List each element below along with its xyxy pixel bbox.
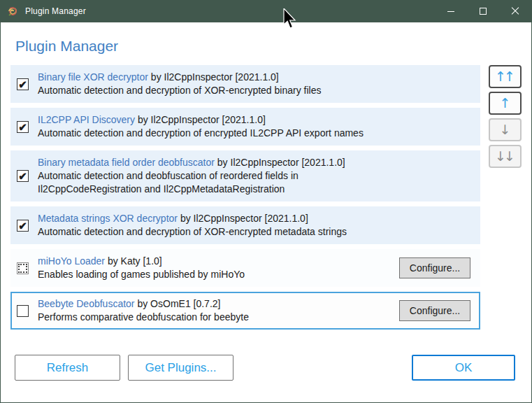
page-title: Plugin Manager (15, 38, 522, 55)
move-down-button: ↓ (489, 118, 522, 141)
plugin-checkbox[interactable]: ✔ (17, 121, 29, 133)
plugin-name-link[interactable]: Binary file XOR decryptor (38, 71, 148, 83)
app-rose-scribble-icon (6, 5, 19, 17)
configure-button[interactable]: Configure... (399, 257, 470, 278)
double-down-arrow-icon: ↓↓ (495, 150, 513, 163)
plugin-row-mihoyo-loader[interactable]: miHoYo Loader by Katy [1.0] Enables load… (10, 249, 480, 287)
refresh-button[interactable]: Refresh (15, 355, 120, 381)
plugin-byline: by Katy [1.0] (108, 255, 162, 267)
plugin-byline: by Il2CppInspector [2021.1.0] (180, 213, 308, 224)
plugin-row-binary-file-xor-decryptor[interactable]: ✔ Binary file XOR decryptor by Il2CppIns… (10, 65, 480, 103)
down-arrow-icon: ↓ (500, 123, 509, 136)
minimize-button[interactable] (435, 0, 467, 22)
reorder-button-column: ↑↑ ↑ ↓ ↓↓ (489, 65, 522, 168)
plugin-byline: by Il2CppInspector [2021.1.0] (138, 114, 266, 125)
plugin-row-beebyte-deobfuscator[interactable]: Beebyte Deobfuscator by OsOmE1 [0.7.2] P… (10, 292, 480, 330)
minimize-icon (447, 11, 454, 12)
plugin-description: Automatic detection and deobfuscation of… (38, 169, 372, 196)
move-up-button[interactable]: ↑ (489, 92, 522, 115)
plugin-list: ✔ Binary file XOR decryptor by Il2CppIns… (10, 65, 480, 330)
plugin-checkbox[interactable] (17, 305, 29, 317)
plugin-checkbox[interactable]: ✔ (17, 78, 29, 90)
plugin-name-link[interactable]: Beebyte Deobfuscator (38, 298, 135, 309)
plugin-row-il2cpp-api-discovery[interactable]: ✔ IL2CPP API Discovery by Il2CppInspecto… (10, 108, 480, 146)
plugin-manager-window: Plugin Manager Plugin Manager ✔ Binary f… (0, 0, 532, 403)
plugin-byline: by OsOmE1 [0.7.2] (137, 298, 220, 309)
titlebar: Plugin Manager (1, 0, 531, 22)
close-icon (511, 7, 519, 15)
move-to-bottom-button: ↓↓ (489, 145, 522, 168)
plugin-row-binary-metadata-field-order-deobfuscator[interactable]: ✔ Binary metadata field order deobfuscat… (10, 150, 480, 202)
plugin-checkbox[interactable] (17, 262, 29, 274)
plugin-checkbox[interactable]: ✔ (17, 170, 29, 182)
close-button[interactable] (499, 0, 531, 22)
double-up-arrow-icon: ↑↑ (495, 70, 513, 83)
plugin-description: Performs comparative deobfuscation for b… (38, 311, 391, 324)
get-plugins-button[interactable]: Get Plugins... (128, 355, 233, 381)
plugin-description: Automatic detection and decryption of XO… (38, 84, 470, 97)
dialog-content: Plugin Manager ✔ Binary file XOR decrypt… (1, 22, 531, 402)
footer-bar: Refresh Get Plugins... OK (10, 355, 522, 381)
plugin-byline: by Il2CppInspector [2021.1.0] (151, 71, 279, 83)
plugin-description: Enables loading of games published by mi… (38, 268, 391, 281)
plugin-row-metadata-strings-xor-decryptor[interactable]: ✔ Metadata strings XOR decryptor by Il2C… (10, 206, 480, 244)
maximize-button[interactable] (467, 0, 499, 22)
plugin-name-link[interactable]: miHoYo Loader (38, 255, 105, 267)
window-title: Plugin Manager (25, 6, 86, 16)
plugin-checkbox[interactable]: ✔ (17, 220, 29, 232)
plugin-description: Automatic detection and decryption of en… (38, 127, 470, 140)
up-arrow-icon: ↑ (500, 97, 509, 110)
ok-button[interactable]: OK (412, 355, 515, 381)
plugin-name-link[interactable]: IL2CPP API Discovery (38, 114, 135, 125)
configure-button[interactable]: Configure... (399, 300, 470, 321)
plugin-description: Automatic detection and decryption of XO… (38, 225, 470, 239)
plugin-name-link[interactable]: Binary metadata field order deobfuscator (38, 157, 215, 168)
maximize-icon (480, 8, 487, 15)
plugin-byline: by Il2CppInspector [2021.1.0] (217, 157, 345, 168)
plugin-name-link[interactable]: Metadata strings XOR decryptor (38, 213, 178, 224)
move-to-top-button[interactable]: ↑↑ (489, 65, 522, 88)
